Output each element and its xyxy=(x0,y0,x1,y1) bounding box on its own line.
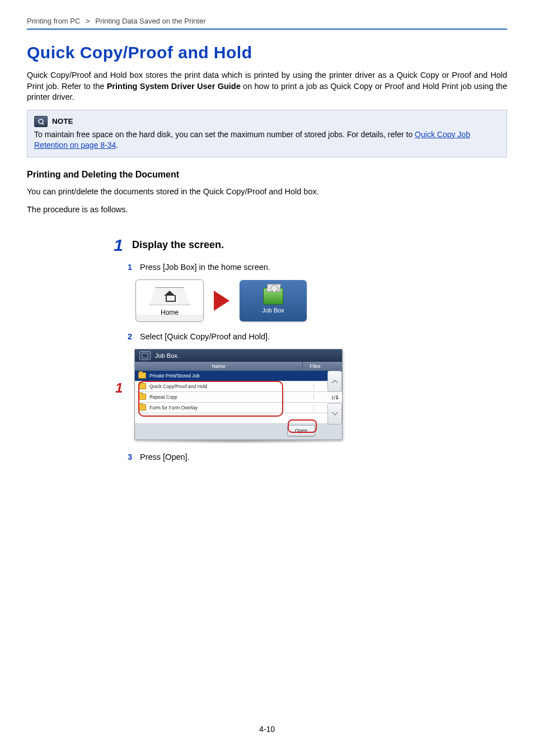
home-label: Home xyxy=(161,309,179,316)
substep-2: 2 Select [Quick Copy/Proof and Hold]. xyxy=(128,332,507,341)
substep-2-num: 2 xyxy=(128,332,134,341)
note-label: NOTE xyxy=(52,117,73,125)
screen-title: Job Box. xyxy=(155,352,179,359)
chevron-down-icon xyxy=(331,412,338,416)
nav-column: 1/1 xyxy=(327,371,342,424)
list-row-repeat-copy[interactable]: Repeat Copy 1 xyxy=(135,392,342,403)
callout-1: 1 xyxy=(115,380,123,396)
list-row-quick-copy[interactable]: Quick Copy/Proof and Hold 21 xyxy=(135,381,342,392)
scroll-up-button[interactable] xyxy=(327,371,342,392)
row-name: Quick Copy/Proof and Hold xyxy=(149,384,313,389)
col-name-header: Name xyxy=(135,362,303,371)
screen-titlebar: Job Box. xyxy=(135,349,342,362)
substep-1: 1 Press [Job Box] in the home screen. xyxy=(128,263,507,272)
home-button[interactable]: Home xyxy=(135,279,204,322)
folder-icon xyxy=(138,372,146,379)
list-row-empty xyxy=(135,413,342,424)
list-row-form-overlay[interactable]: Form for Form Overlay 3 xyxy=(135,403,342,413)
paragraph-2: The procedure is as follows. xyxy=(27,204,507,216)
substep-1-num: 1 xyxy=(128,263,134,272)
jobbox-icon xyxy=(263,288,283,305)
screen-column-header: Name Files xyxy=(135,362,342,371)
list-row-private-print[interactable]: Private Print/Stored Job 21 xyxy=(135,371,342,381)
page-indicator: 1/1 xyxy=(331,392,339,403)
folder-icon xyxy=(138,404,146,410)
breadcrumb-page: Printing Data Saved on the Printer xyxy=(95,17,205,25)
divider xyxy=(27,29,507,30)
note-pre: To maintain free space on the hard disk,… xyxy=(34,130,415,139)
note-text: To maintain free space on the hard disk,… xyxy=(34,129,500,151)
home-icon xyxy=(165,291,175,301)
substep-3-num: 3 xyxy=(128,452,134,461)
breadcrumb-separator: > xyxy=(86,17,90,25)
substep-3: 3 Press [Open]. xyxy=(128,452,507,461)
subheading: Printing and Deleting the Document xyxy=(27,170,507,180)
folder-icon xyxy=(138,383,146,389)
row-name: Repeat Copy xyxy=(149,394,313,400)
scroll-down-button[interactable] xyxy=(327,403,342,424)
substep-1-text: Press [Job Box] in the home screen. xyxy=(140,263,270,272)
note-icon xyxy=(34,116,48,127)
screen-shadow xyxy=(134,439,341,444)
folder-icon xyxy=(138,394,146,400)
jobbox-button[interactable]: Job Box xyxy=(240,280,307,321)
substep-3-text: Press [Open]. xyxy=(140,452,190,461)
step-title: Display the screen. xyxy=(132,239,224,251)
row-name: Private Print/Stored Job xyxy=(149,373,313,379)
note-box: NOTE To maintain free space on the hard … xyxy=(27,110,507,158)
paragraph-1: You can print/delete the documents store… xyxy=(27,186,507,198)
breadcrumb: Printing from PC > Printing Data Saved o… xyxy=(27,17,507,25)
open-button[interactable]: Open xyxy=(287,425,315,436)
step-number: 1 xyxy=(105,236,123,255)
titlebar-icon xyxy=(139,351,151,360)
substep-2-text: Select [Quick Copy/Proof and Hold]. xyxy=(140,332,270,341)
intro-paragraph: Quick Copy/Proof and Hold box stores the… xyxy=(27,70,507,103)
chevron-up-icon xyxy=(331,379,338,384)
screen-figure: 1 2 Job Box. Name Files Private Prin xyxy=(116,349,507,440)
page-title: Quick Copy/Proof and Hold xyxy=(27,43,507,62)
intro-bold: Printing System Driver User Guide xyxy=(107,82,241,91)
row-name: Form for Form Overlay xyxy=(149,405,313,410)
arrow-right-icon xyxy=(214,291,229,311)
figure-home-jobbox: Home Job Box xyxy=(135,279,507,322)
note-post: . xyxy=(116,141,118,150)
jobbox-screen: Job Box. Name Files Private Print/Stored… xyxy=(134,349,343,440)
jobbox-label: Job Box xyxy=(262,307,284,314)
col-files-header: Files xyxy=(303,362,327,371)
page-number: 4-10 xyxy=(0,725,534,734)
breadcrumb-section: Printing from PC xyxy=(27,17,80,25)
step-block: 1 Display the screen. 1 Press [Job Box] … xyxy=(105,236,507,461)
